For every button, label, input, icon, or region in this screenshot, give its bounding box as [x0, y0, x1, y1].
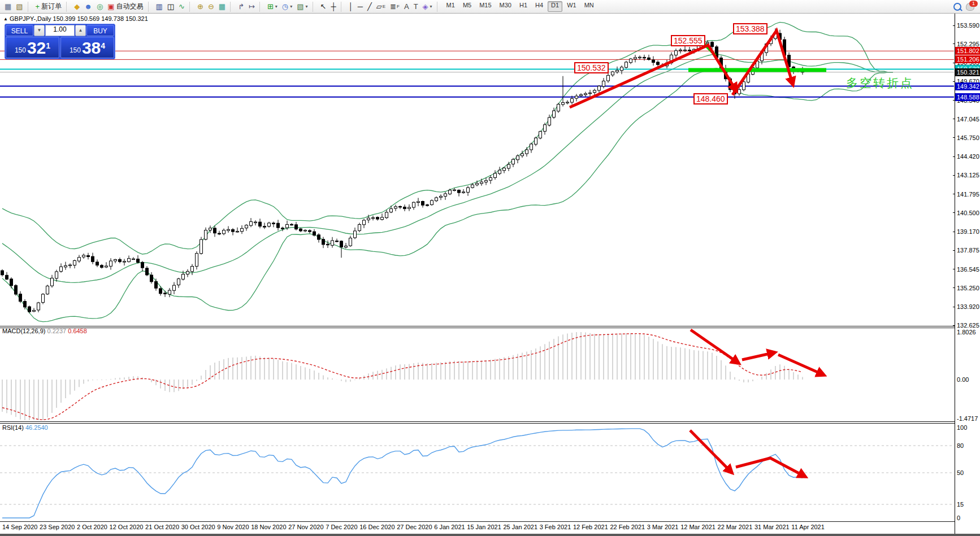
date-label: 27 Dec 2020 [397, 524, 432, 530]
price-axis[interactable]: 153.590152.295150.965149.670148.340147.0… [955, 14, 980, 534]
macd-arrow-3[interactable] [778, 355, 824, 375]
price-annotation-148.460[interactable]: 148.460 [693, 93, 728, 104]
sell-price-button[interactable]: 150 32 1 [6, 37, 59, 58]
line-chart-button[interactable]: ∿ [176, 1, 187, 12]
toolbar-separator [189, 2, 194, 12]
label-button[interactable]: T [411, 1, 420, 12]
search-icon[interactable] [953, 3, 961, 11]
fibonacci-button[interactable]: ≣F [388, 1, 402, 12]
price-annotation-153.388[interactable]: 153.388 [733, 23, 767, 34]
chart-canvas[interactable] [0, 14, 955, 534]
price-tick: 137.875 [957, 247, 979, 254]
candles [1, 28, 804, 313]
rsi-arrow-1[interactable] [690, 430, 732, 473]
shapes-button[interactable]: ◈▾ [420, 1, 435, 12]
chart-window-button[interactable]: ▦ [2, 1, 14, 12]
price-badge-151.206: 151.206 [955, 55, 980, 63]
hline-button[interactable]: ─ [355, 1, 365, 12]
volume-increase-button[interactable]: ▲ [75, 25, 86, 36]
zoom-in-icon: ⊕ [197, 3, 203, 10]
price-annotation-152.555[interactable]: 152.555 [671, 35, 705, 46]
candle-chart-button[interactable]: ◫ [165, 1, 176, 12]
rsi-arrow-2[interactable] [736, 458, 805, 477]
trendline-button[interactable]: ╱ [365, 1, 374, 12]
fibonacci-icon-sub: F [397, 4, 400, 9]
date-label: 22 Mar 2021 [718, 524, 753, 530]
period-clock-button[interactable]: ◷▾ [280, 1, 294, 12]
date-label: 30 Oct 2020 [181, 524, 215, 530]
toolbar-separator [437, 2, 441, 12]
new-order-button[interactable]: +新订单 [33, 1, 64, 12]
price-tick: 139.170 [957, 228, 979, 235]
zoom-out-button[interactable]: ⊖ [206, 1, 216, 12]
date-axis[interactable]: 14 Sep 202023 Sep 20202 Oct 202012 Oct 2… [0, 524, 827, 530]
price-tick: 143.125 [957, 172, 979, 178]
add-indicator-button[interactable]: ⊞▾ [265, 1, 280, 12]
toolbar-separator [341, 2, 345, 12]
autotrading-icon-label: 自动交易 [116, 2, 144, 11]
add-indicator-icon: ⊞ [267, 3, 274, 10]
cursor-button[interactable]: ↖ [318, 1, 329, 12]
macd-label: MACD(12,26,9) 0.2237 0.6458 [2, 328, 87, 334]
timeframe-m1[interactable]: M1 [443, 1, 458, 12]
autotrading-button[interactable]: ▣自动交易 [105, 1, 145, 12]
rsi-label: RSI(14) 46.2540 [2, 424, 48, 431]
timeframe-mn[interactable]: MN [581, 1, 597, 12]
community-icon: ☻ [84, 3, 92, 10]
trendline-icon: ╱ [367, 3, 372, 10]
notifications-icon[interactable]: 1 [966, 3, 974, 11]
tile-windows-button[interactable]: ▦ [216, 1, 228, 12]
crosshair-button[interactable]: ┼ [328, 1, 338, 12]
date-label: 2 Oct 2020 [77, 524, 107, 530]
volume-decrease-button[interactable]: ▼ [34, 25, 45, 36]
zoom-in-button[interactable]: ⊕ [195, 1, 206, 12]
timeframe-m30[interactable]: M30 [496, 1, 515, 12]
timeframe-m15[interactable]: M15 [476, 1, 495, 12]
date-label: 7 Dec 2020 [326, 524, 357, 530]
macd-axis-tick: 1.8026 [957, 329, 976, 335]
signals-button[interactable]: ◎ [94, 1, 105, 12]
sell-button[interactable]: SELL [6, 25, 33, 36]
timeframe-d1[interactable]: D1 [548, 1, 562, 12]
chart-forward-button[interactable]: ↱ [236, 1, 246, 12]
date-label: 12 Mar 2021 [680, 524, 716, 530]
date-label: 9 Nov 2020 [217, 524, 249, 530]
timeframe-h1[interactable]: H1 [516, 1, 531, 12]
chart-shift-button[interactable]: ↦ [246, 1, 257, 12]
price-tick: 145.750 [957, 134, 979, 141]
buy-price-button[interactable]: 150 38 4 [60, 37, 114, 58]
timeframe-m5[interactable]: M5 [459, 1, 475, 12]
template-icon: ▧ [297, 3, 303, 10]
price-tick: 133.920 [957, 303, 979, 310]
data-window-button[interactable]: ▧ [14, 1, 25, 12]
price-tick: 153.590 [957, 22, 979, 29]
buy-button[interactable]: BUY [86, 25, 114, 36]
chart-title: ▲ GBPJPY-,Daily 150.399 150.569 149.738 … [3, 15, 148, 22]
chinese-note[interactable]: 多空转折点 [846, 75, 914, 91]
text-icon: A [404, 3, 409, 10]
macd-arrow-1[interactable] [691, 330, 739, 363]
bollinger-lower-band [2, 68, 893, 322]
price-badge-149.342: 149.342 [955, 82, 980, 90]
bar-chart-button[interactable]: ▥ [154, 1, 165, 12]
macd-arrow-2[interactable] [742, 352, 775, 360]
rsi-axis-tick: 100 [957, 424, 967, 431]
text-button[interactable]: A [402, 1, 411, 12]
rsi-axis-tick: 0 [957, 515, 960, 521]
price-tick: 152.295 [957, 41, 979, 47]
channel-button[interactable]: ▱E [374, 1, 388, 12]
one-click-trading-panel: SELL ▼ 1.00 ▲ BUY 150 32 1 150 38 4 [5, 24, 115, 59]
hline-icon: ─ [358, 3, 363, 10]
collapse-arrow-icon[interactable]: ▲ [3, 16, 8, 21]
styler-bucket-button[interactable]: ◆ [72, 1, 82, 12]
cursor-icon: ↖ [320, 3, 327, 10]
timeframe-h4[interactable]: H4 [532, 1, 547, 12]
price-annotation-150.532[interactable]: 150.532 [574, 62, 609, 73]
channel-icon-sub: E [383, 4, 385, 9]
community-button[interactable]: ☻ [82, 1, 94, 12]
vline-button[interactable]: │ [346, 1, 355, 12]
crosshair-icon: ┼ [331, 3, 336, 10]
template-button[interactable]: ▧▾ [294, 1, 310, 12]
volume-input[interactable]: 1.00 [45, 25, 75, 36]
timeframe-w1[interactable]: W1 [563, 1, 580, 12]
